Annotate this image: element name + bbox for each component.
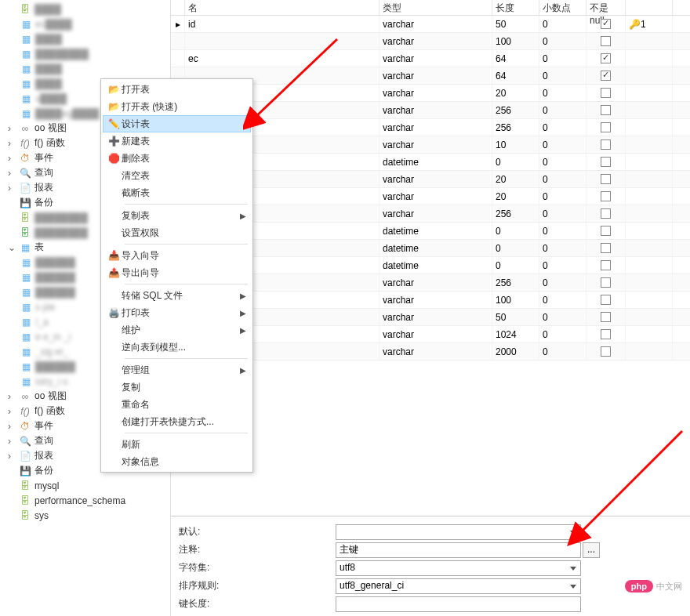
cell-length[interactable]: 0 xyxy=(492,223,539,239)
cell-length[interactable]: 256 xyxy=(492,119,539,136)
cell-notnull[interactable] xyxy=(586,85,626,101)
comment-input[interactable] xyxy=(336,542,581,558)
cell-type[interactable]: varchar xyxy=(380,50,492,67)
cell-notnull[interactable] xyxy=(586,223,626,239)
menu-item[interactable]: 复制表▶ xyxy=(103,207,251,224)
tree-db-sys[interactable]: 🗄sys xyxy=(0,508,170,523)
cell-length[interactable]: 20 xyxy=(492,85,539,101)
checkbox-icon[interactable] xyxy=(601,19,611,29)
tree-table-blur[interactable]: ▦████ xyxy=(0,61,170,76)
cell-notnull[interactable] xyxy=(586,343,626,360)
cell-decimals[interactable]: 0 xyxy=(539,136,586,153)
menu-item[interactable]: 📂打开表 (快速) xyxy=(103,98,251,115)
checkbox-icon[interactable] xyxy=(601,260,611,270)
cell-type[interactable]: varchar xyxy=(380,343,492,360)
cell-length[interactable]: 10 xyxy=(492,136,539,153)
cell-type[interactable]: varchar xyxy=(380,85,492,101)
cell-decimals[interactable]: 0 xyxy=(539,119,586,136)
cell-decimals[interactable]: 0 xyxy=(539,205,586,222)
cell-length[interactable]: 2000 xyxy=(492,343,539,360)
checkbox-icon[interactable] xyxy=(601,71,611,81)
checkbox-icon[interactable] xyxy=(601,346,611,357)
col-header-notnull[interactable]: 不是 null xyxy=(586,0,626,15)
cell-name[interactable] xyxy=(185,33,380,49)
charset-select[interactable]: utf8 xyxy=(336,560,581,576)
cell-decimals[interactable]: 0 xyxy=(539,257,586,274)
menu-item[interactable]: 清空表 xyxy=(103,167,251,184)
cell-type[interactable]: varchar xyxy=(380,188,492,205)
cell-notnull[interactable] xyxy=(586,50,626,67)
cell-length[interactable]: 256 xyxy=(492,102,539,118)
cell-type[interactable]: varchar xyxy=(380,67,492,84)
menu-item[interactable]: 🖨️打印表▶ xyxy=(103,304,251,321)
menu-item[interactable]: 管理组▶ xyxy=(103,361,251,379)
cell-length[interactable]: 1024 xyxy=(492,326,539,342)
checkbox-icon[interactable] xyxy=(601,208,611,219)
cell-notnull[interactable] xyxy=(586,16,626,32)
cell-type[interactable]: varchar xyxy=(380,102,492,118)
menu-item[interactable]: 重命名 xyxy=(103,396,251,413)
menu-item[interactable]: 📥导入向导 xyxy=(103,247,251,264)
menu-item[interactable]: 刷新 xyxy=(103,436,251,453)
col-header-type[interactable]: 类型 xyxy=(380,0,492,15)
cell-notnull[interactable] xyxy=(586,102,626,118)
table-row[interactable]: ▸idvarchar500🔑1 xyxy=(171,16,690,33)
tree-table-blur[interactable]: ▦████████ xyxy=(0,46,170,61)
cell-notnull[interactable] xyxy=(586,154,626,170)
cell-decimals[interactable]: 0 xyxy=(539,16,586,32)
cell-decimals[interactable]: 0 xyxy=(539,67,586,84)
checkbox-icon[interactable] xyxy=(601,36,611,46)
cell-length[interactable]: 0 xyxy=(492,257,539,274)
checkbox-icon[interactable] xyxy=(601,243,611,253)
checkbox-icon[interactable] xyxy=(601,174,611,184)
cell-type[interactable]: varchar xyxy=(380,309,492,325)
collation-select[interactable]: utf8_general_ci xyxy=(336,578,581,594)
cell-notnull[interactable] xyxy=(586,274,626,291)
cell-type[interactable]: varchar xyxy=(380,326,492,342)
cell-name[interactable]: ec xyxy=(185,50,380,67)
cell-length[interactable]: 100 xyxy=(492,33,539,49)
cell-notnull[interactable] xyxy=(586,67,626,84)
cell-notnull[interactable] xyxy=(586,136,626,153)
cell-length[interactable]: 256 xyxy=(492,205,539,222)
cell-length[interactable]: 64 xyxy=(492,50,539,67)
cell-notnull[interactable] xyxy=(586,292,626,308)
cell-notnull[interactable] xyxy=(586,188,626,205)
cell-length[interactable]: 20 xyxy=(492,188,539,205)
cell-decimals[interactable]: 0 xyxy=(539,223,586,239)
cell-type[interactable]: varchar xyxy=(380,292,492,308)
tree-db-blur[interactable]: 🗄████ xyxy=(0,2,170,16)
menu-item[interactable]: 复制 xyxy=(103,379,251,396)
comment-ellipsis-button[interactable]: ... xyxy=(583,542,600,558)
cell-decimals[interactable]: 0 xyxy=(539,188,586,205)
cell-length[interactable]: 50 xyxy=(492,16,539,32)
menu-item[interactable]: ✏️设计表 xyxy=(103,115,251,132)
menu-item[interactable]: 📤导出向导 xyxy=(103,264,251,281)
checkbox-icon[interactable] xyxy=(601,105,611,115)
tree-table-blur[interactable]: ▦ec████ xyxy=(0,16,170,31)
cell-type[interactable]: varchar xyxy=(380,274,492,291)
menu-item[interactable]: 对象信息 xyxy=(103,453,251,470)
cell-type[interactable]: varchar xyxy=(380,119,492,136)
cell-length[interactable]: 64 xyxy=(492,67,539,84)
checkbox-icon[interactable] xyxy=(601,295,611,305)
checkbox-icon[interactable] xyxy=(601,191,611,201)
cell-length[interactable]: 0 xyxy=(492,240,539,256)
tree-table-blur[interactable]: ▦████ xyxy=(0,31,170,46)
cell-decimals[interactable]: 0 xyxy=(539,274,586,291)
default-select[interactable] xyxy=(336,524,581,540)
menu-item[interactable]: ➕新建表 xyxy=(103,132,251,150)
cell-decimals[interactable]: 0 xyxy=(539,326,586,342)
checkbox-icon[interactable] xyxy=(601,140,611,150)
cell-decimals[interactable]: 0 xyxy=(539,309,586,325)
keylen-input[interactable] xyxy=(336,596,581,612)
cell-decimals[interactable]: 0 xyxy=(539,102,586,118)
cell-decimals[interactable]: 0 xyxy=(539,85,586,101)
cell-name[interactable]: id xyxy=(185,16,380,32)
checkbox-icon[interactable] xyxy=(601,277,611,288)
cell-decimals[interactable]: 0 xyxy=(539,33,586,49)
menu-item[interactable]: 🛑删除表 xyxy=(103,150,251,167)
cell-length[interactable]: 20 xyxy=(492,171,539,187)
cell-length[interactable]: 256 xyxy=(492,274,539,291)
checkbox-icon[interactable] xyxy=(601,329,611,339)
